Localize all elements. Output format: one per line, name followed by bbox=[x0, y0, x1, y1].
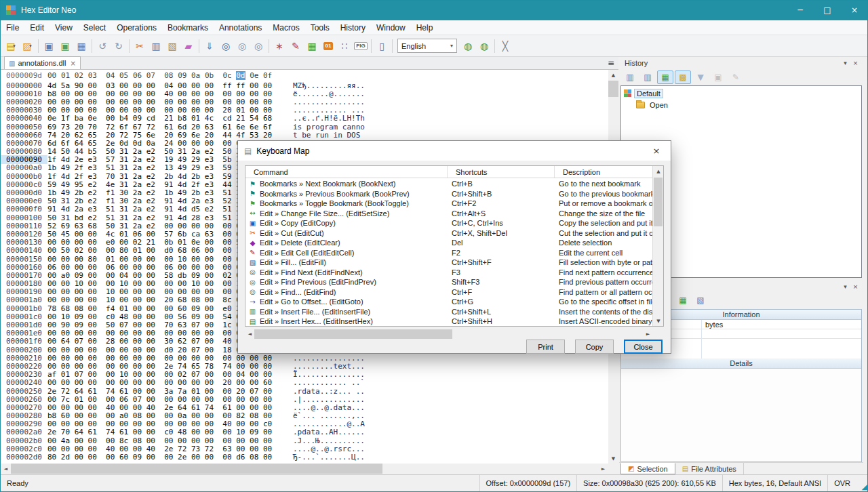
history-clear-icon[interactable]: ▣ bbox=[710, 70, 726, 84]
horizontal-scroll-thumb[interactable] bbox=[11, 464, 382, 474]
ascii-text[interactable]: ё.......@....... bbox=[293, 89, 365, 98]
address-label[interactable]: 00000220 bbox=[1, 362, 47, 371]
highlight-marker-button[interactable]: ▰ bbox=[180, 37, 197, 54]
options-tools-button[interactable]: ╳ bbox=[497, 37, 513, 54]
hex-bytes[interactable]: 69 73 20 70 72 6f 67 72 61 6d 20 63 61 6… bbox=[47, 123, 272, 131]
address-label[interactable]: 00000200 bbox=[1, 346, 47, 354]
hex-row[interactable]: 000002502e 72 64 61 74 61 00 00 3a 7a 01… bbox=[1, 387, 608, 395]
close-button[interactable]: Close bbox=[624, 340, 663, 354]
history-operations-view-icon[interactable]: ▦ bbox=[657, 70, 673, 84]
hex-bytes[interactable]: 2e 72 64 61 74 61 00 00 3a 7a 01 00 00 2… bbox=[47, 387, 272, 396]
paste-button[interactable]: ▧ bbox=[164, 37, 180, 54]
hex-bytes[interactable]: 74 20 62 65 20 72 75 6e 20 69 6e 20 44 4… bbox=[47, 131, 272, 140]
address-label[interactable]: 00000290 bbox=[1, 419, 47, 428]
address-label[interactable]: 000000f0 bbox=[1, 205, 47, 213]
hex-bytes[interactable]: 00 00 00 00 00 00 00 00 00 00 00 00 00 0… bbox=[47, 98, 272, 106]
address-label[interactable]: 00000130 bbox=[1, 238, 47, 247]
address-label[interactable]: 00000160 bbox=[1, 263, 47, 272]
hex-bytes[interactable]: 00 4a 00 00 00 8c 08 00 00 00 00 00 00 0… bbox=[47, 436, 272, 445]
tab-file-attributes[interactable]: ▤File Attributes bbox=[675, 463, 744, 474]
keymap-row[interactable]: →Edit » Go to Offset... (EditGoto)Ctrl+G… bbox=[245, 297, 652, 307]
address-label[interactable]: 00000270 bbox=[1, 403, 47, 412]
address-label[interactable]: 000000b0 bbox=[1, 172, 47, 181]
binary-01-button[interactable]: 01 bbox=[320, 37, 336, 54]
address-label[interactable]: 00000030 bbox=[1, 106, 47, 115]
scroll-up-icon[interactable]: ▲ bbox=[653, 166, 664, 176]
maximize-button[interactable]: □ bbox=[814, 0, 841, 20]
address-label[interactable]: 00000070 bbox=[1, 139, 47, 148]
address-label[interactable]: 00000090 bbox=[1, 155, 47, 164]
close-panel-icon[interactable]: × bbox=[850, 58, 861, 68]
address-label[interactable]: 00000100 bbox=[1, 213, 47, 222]
address-label[interactable]: 000001a0 bbox=[1, 295, 47, 304]
keymap-row[interactable]: ⚑Bookmarks » Previous Bookmark (BookPrev… bbox=[245, 189, 652, 199]
close-button[interactable]: × bbox=[841, 0, 868, 20]
tab-selection[interactable]: ◩Selection bbox=[620, 463, 675, 474]
hex-row[interactable]: 00000280b8 60 00 00 00 a0 08 00 00 0a 00… bbox=[1, 412, 608, 420]
keymap-row[interactable]: ↔Edit » Change File Size... (EditSetSize… bbox=[245, 209, 652, 219]
find-button[interactable]: ◎ bbox=[218, 37, 234, 54]
dialog-vertical-scrollbar[interactable]: ▲ ▼ bbox=[652, 166, 663, 326]
hex-bytes[interactable]: af 01 07 00 00 10 00 00 00 02 07 00 00 0… bbox=[47, 370, 272, 379]
address-label[interactable]: 00000150 bbox=[1, 255, 47, 264]
scroll-right-icon[interactable]: ► bbox=[598, 464, 608, 474]
copy-button[interactable]: Copy bbox=[575, 340, 614, 354]
ascii-text[interactable]: t be run in DOS bbox=[293, 131, 365, 140]
address-label[interactable]: 000001f0 bbox=[1, 337, 47, 346]
history-export-icon[interactable]: ▥ bbox=[639, 70, 656, 84]
ascii-text[interactable]: ..є..ґ.Н!ё.LН!Th bbox=[293, 114, 365, 123]
status-overwrite-mode[interactable]: OVR bbox=[827, 475, 856, 491]
cut-button[interactable]: ✂ bbox=[132, 37, 148, 54]
address-label[interactable]: 000001e0 bbox=[1, 329, 47, 337]
address-label[interactable]: 000001b0 bbox=[1, 304, 47, 313]
ascii-text[interactable]: ................ bbox=[293, 98, 365, 106]
address-label[interactable]: 00000260 bbox=[1, 395, 47, 404]
address-label[interactable]: 00000000 bbox=[1, 81, 47, 90]
edit-pencil-button[interactable]: ✎ bbox=[288, 37, 304, 54]
scroll-down-icon[interactable]: ▼ bbox=[608, 453, 618, 464]
address-label[interactable]: 00000180 bbox=[1, 279, 47, 288]
ascii-text[interactable]: Ђ-...`.......Ц.. bbox=[293, 453, 365, 462]
copy-button[interactable]: ▥ bbox=[148, 37, 164, 54]
check-updates-button[interactable]: ◍ bbox=[476, 37, 492, 54]
address-label[interactable]: 00000240 bbox=[1, 378, 47, 387]
hex-bytes[interactable]: 80 2d 00 00 00 60 09 00 00 2e 00 00 00 d… bbox=[47, 453, 272, 462]
ascii-text[interactable]: ё`... .......‚.. bbox=[293, 411, 365, 420]
save-button[interactable]: ▣ bbox=[41, 37, 57, 54]
hex-bytes[interactable]: 00 00 00 00 40 00 00 40 2e 72 73 72 63 0… bbox=[47, 445, 272, 453]
hex-bytes[interactable]: 00 00 00 00 00 00 00 00 00 00 00 00 00 0… bbox=[47, 354, 272, 363]
edit-view-icon[interactable]: ▧ bbox=[692, 293, 709, 307]
find-next-button[interactable]: ◎ bbox=[234, 37, 250, 54]
address-label[interactable]: 000000d0 bbox=[1, 188, 47, 197]
keymap-row[interactable]: ◎Edit » Find Next (EditFindNext)F3Find n… bbox=[245, 268, 652, 278]
pin-icon[interactable]: ▾ bbox=[840, 282, 850, 291]
keymap-row[interactable]: ⚑Bookmarks » Toggle Bookmark (BookToggle… bbox=[245, 199, 652, 209]
hex-row[interactable]: 0000026000 7c 01 00 00 06 07 00 00 00 00… bbox=[1, 395, 608, 403]
history-edit-icon[interactable]: ✎ bbox=[728, 70, 744, 84]
menu-annotations[interactable]: Annotations bbox=[214, 20, 267, 35]
hex-row[interactable]: 000002d080 2d 00 00 00 60 09 00 00 2e 00… bbox=[1, 453, 608, 461]
hex-bytes[interactable]: 00 00 00 00 00 00 00 00 00 00 00 00 40 0… bbox=[47, 419, 272, 428]
hex-row[interactable]: 000000004d 5a 90 00 03 00 00 00 04 00 00… bbox=[1, 81, 608, 89]
keymap-row[interactable]: ◎Edit » Find... (EditFind)Ctrl+FFind pat… bbox=[245, 287, 652, 298]
hex-row[interactable]: 0000003000 00 00 00 00 00 00 00 00 00 00… bbox=[1, 106, 608, 115]
hex-row[interactable]: 0000024000 00 00 00 00 00 00 00 00 00 00… bbox=[1, 379, 608, 387]
tab-close-icon[interactable]: × bbox=[70, 60, 75, 67]
scroll-up-icon[interactable]: ▲ bbox=[608, 70, 618, 80]
ascii-text[interactable]: .rdata..:z... .. bbox=[293, 387, 365, 396]
hex-row[interactable]: 0000029000 00 00 00 00 00 00 00 00 00 00… bbox=[1, 420, 608, 428]
tree-item-default[interactable]: Default bbox=[623, 87, 860, 99]
hex-bytes[interactable]: b8 60 00 00 00 a0 08 00 00 0a 00 00 00 8… bbox=[47, 411, 272, 420]
address-label[interactable]: 00000110 bbox=[1, 222, 47, 230]
tree-item-open[interactable]: Open bbox=[623, 99, 860, 110]
menu-select[interactable]: Select bbox=[78, 20, 111, 35]
hex-horizontal-scrollbar[interactable]: ◄ ► bbox=[1, 464, 608, 474]
minimize-button[interactable]: ─ bbox=[787, 0, 814, 20]
save-all-button[interactable]: ▦ bbox=[73, 37, 90, 54]
address-label[interactable]: 000002d0 bbox=[1, 453, 47, 462]
open-file-button[interactable]: ▨▾ bbox=[20, 37, 36, 54]
hex-row[interactable]: 000002a02e 70 64 61 74 61 00 00 c0 48 00… bbox=[1, 428, 608, 436]
address-label[interactable]: 000001d0 bbox=[1, 321, 47, 329]
address-label[interactable]: 00000210 bbox=[1, 354, 47, 363]
hex-row[interactable]: 0000022000 00 00 00 00 00 00 00 2e 74 65… bbox=[1, 362, 608, 370]
